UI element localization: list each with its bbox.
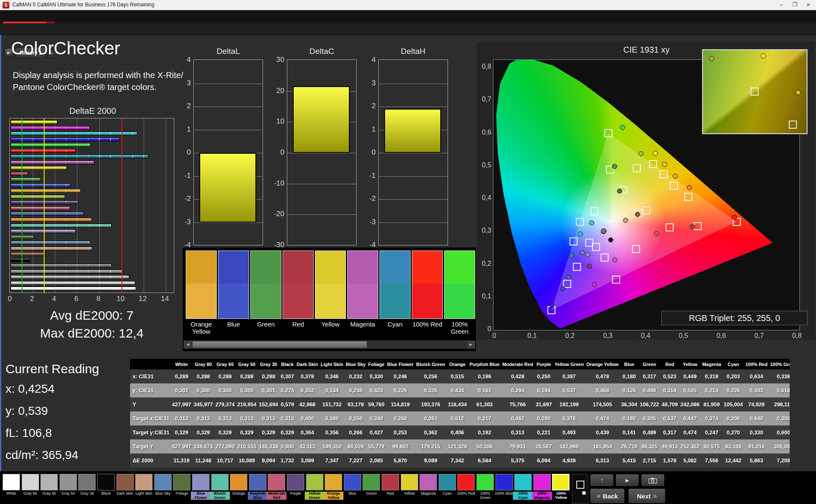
measured-marker-foliage (617, 189, 622, 194)
table-cell: 0,313 (214, 411, 236, 425)
patch-tile-orange[interactable] (230, 474, 247, 490)
page-description-line1: Display analysis is performed with the X… (13, 70, 183, 80)
target-marker-bluish-green (590, 207, 598, 215)
table-cell: 0,247 (701, 425, 722, 439)
column-header: Gray 50 (236, 359, 258, 369)
table-cell: 192,199 (553, 397, 585, 411)
target-marker-cyan (570, 237, 578, 245)
deltae-bar-black (11, 258, 30, 262)
column-header: Gray 65 (214, 359, 236, 369)
table-cell: 11,248 (193, 453, 214, 467)
column-header: 100% Red (744, 359, 769, 369)
next-button[interactable]: Next » (628, 488, 666, 504)
gridline (194, 84, 263, 84)
table-cell: 0,203 (722, 369, 744, 383)
current-reading-y: y: 0,539 (6, 404, 48, 418)
swatch-100-red[interactable] (412, 251, 443, 319)
swatch-orange-yellow[interactable] (186, 251, 217, 319)
patch-tile-moderate-red[interactable] (268, 474, 285, 490)
patch-tile-purplish-blue[interactable] (249, 474, 266, 490)
back-button[interactable]: « Back (590, 488, 625, 504)
deltae-bar-yellow-green (11, 195, 65, 199)
patch-tile-blue-flower[interactable] (192, 474, 210, 490)
deltac-bar (293, 86, 350, 153)
patch-tile-purple[interactable] (287, 474, 304, 490)
swatch-green[interactable] (250, 251, 281, 319)
table-cell: 42,968 (295, 397, 320, 411)
patch-tile-foliage[interactable] (173, 474, 190, 490)
patch-tile-label: Purple (286, 492, 306, 496)
patch-tile-gray-80[interactable] (22, 474, 39, 490)
swatch-top-half (348, 251, 378, 284)
deltae-bar-orange (11, 218, 92, 222)
patch-tile-100-blue[interactable] (496, 474, 513, 490)
patch-tile-orange-yellow[interactable] (325, 474, 342, 490)
patch-tile-black[interactable] (97, 474, 115, 490)
maximize-button[interactable]: ❐ (788, 0, 802, 10)
scroll-right-icon[interactable]: ▶ (467, 341, 475, 348)
deltae-bar-100-green (11, 143, 91, 147)
patch-tile-blue-sky[interactable] (154, 474, 172, 490)
patch-tile-100-cyan[interactable] (514, 474, 532, 490)
patch-tile-label: Yellow Green (305, 492, 325, 500)
y-tick-label: -1 (357, 172, 376, 180)
swatch-bottom-half (445, 284, 475, 318)
scrollbar-thumb[interactable] (193, 341, 367, 348)
swatch-cyan[interactable] (380, 251, 411, 319)
table-cell: 0,406 (447, 425, 468, 439)
target-marker-100-green (604, 129, 612, 137)
patch-tile-green[interactable] (363, 474, 380, 490)
deltah-bar (384, 109, 441, 153)
patch-tile-blue[interactable] (344, 474, 361, 490)
table-cell: 0,334 (320, 383, 345, 397)
table-cell: 0,221 (534, 425, 553, 439)
table-cell: 0,478 (585, 369, 620, 383)
patch-tile-100-magenta[interactable] (533, 474, 551, 490)
patch-tile-100-yellow[interactable] (552, 474, 570, 490)
deltae-2000-bar-chart (9, 118, 174, 293)
deltae-bar-blue-sky (11, 241, 91, 245)
table-cell: 152,694 (258, 397, 279, 411)
patch-tile-magenta[interactable] (419, 474, 437, 490)
patch-tile-cyan[interactable] (439, 474, 456, 490)
patch-tile-bluish-green[interactable] (211, 474, 229, 490)
patch-tile-label: 100% Cyan (513, 492, 533, 500)
swatch-red[interactable] (283, 251, 314, 319)
swatch-scrollbar[interactable]: ◀▶ (184, 341, 475, 349)
scroll-left-icon[interactable]: ◀ (184, 341, 192, 348)
table-cell: 0,300 (769, 411, 790, 425)
patch-tile-yellow-green[interactable] (306, 474, 323, 490)
patch-tile-gray-50[interactable] (60, 474, 77, 490)
patch-tile-gray-65[interactable] (40, 474, 58, 490)
play-button[interactable]: ▶ (615, 474, 639, 487)
up-arrow-button[interactable]: ↑ (590, 474, 614, 487)
patch-tile-white[interactable] (3, 474, 20, 490)
patch-tile-100-green[interactable] (476, 474, 494, 490)
deltae-bar-light-skin (11, 247, 92, 251)
patch-tile-100-red[interactable] (457, 474, 475, 490)
swatch-blue[interactable] (218, 251, 249, 319)
swatch-magenta[interactable] (347, 251, 378, 319)
patch-tile-light-skin[interactable] (135, 474, 153, 490)
swatch-yellow[interactable] (315, 251, 346, 319)
patch-tile-red[interactable] (382, 474, 399, 490)
camera-button[interactable] (641, 474, 665, 487)
patch-tile-gray-35[interactable] (78, 474, 96, 490)
table-cell: 0,449 (679, 369, 701, 383)
table-row: x: CIE310,2890,2880,2880,2880,2880,3070,… (130, 369, 790, 383)
table-row: y: CIE310,3020,3000,3000,3000,3010,2740,… (130, 383, 790, 397)
patch-tile-yellow[interactable] (401, 474, 418, 490)
patch-tile-dark-skin[interactable] (116, 474, 134, 490)
pattern-window-preview[interactable] (572, 474, 588, 504)
table-cell: 49,913 (660, 439, 679, 453)
table-cell: 0,214 (701, 383, 722, 397)
swatch-100-green[interactable] (444, 251, 475, 319)
close-button[interactable]: × (802, 0, 815, 10)
table-cell: 0,376 (553, 411, 585, 425)
table-cell: 79,931 (501, 439, 535, 453)
table-cell: 0,329 (214, 425, 236, 439)
table-row: Target y:CIE310,3290,3290,3290,3290,3290… (130, 425, 790, 439)
minimize-button[interactable]: – (774, 0, 788, 10)
table-cell: 0,250 (534, 369, 553, 383)
table-cell: 0,300 (193, 383, 214, 397)
